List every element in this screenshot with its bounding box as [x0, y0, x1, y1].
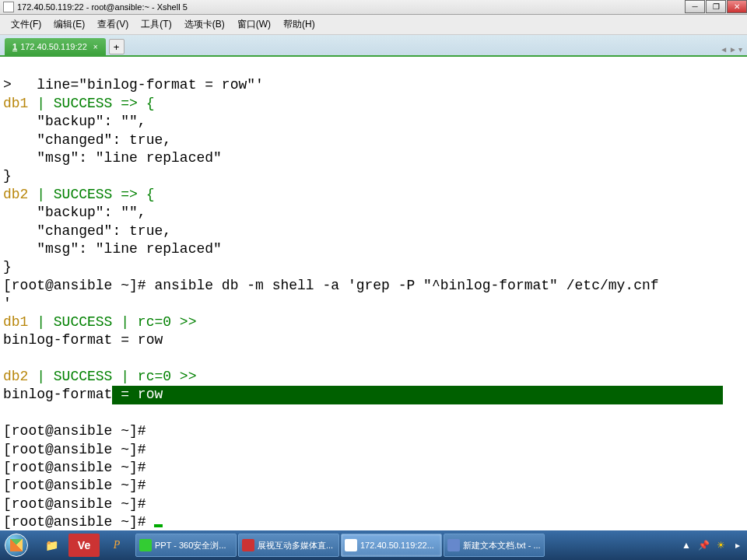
menu-tabs[interactable]: 选项卡(B) [180, 16, 230, 33]
browser-icon [139, 539, 152, 551]
tab-label: 172.40.50.119:22 [20, 42, 87, 51]
titlebar: 172.40.50.119:22 - root@ansible:~ - Xshe… [0, 0, 747, 15]
tab-menu-icon[interactable]: ▾ [738, 45, 742, 54]
start-orb-icon [5, 534, 28, 557]
task-items: PPT - 360安全浏... 展视互动多媒体直... 172.40.50.11… [135, 534, 545, 557]
window-controls: ─ ❐ ✕ [684, 0, 747, 13]
menu-view[interactable]: 查看(V) [93, 16, 133, 33]
task-label: PPT - 360安全浏... [155, 540, 226, 551]
task-item-notepad[interactable]: 新建文本文档.txt - ... [444, 534, 545, 557]
session-tab[interactable]: 1 172.40.50.119:22 × [5, 38, 106, 55]
term-output: = row [112, 332, 163, 348]
terminal[interactable]: > line="binlog-format = row"' db1 | SUCC… [0, 57, 747, 529]
prompt: [root@ansible ~]# [3, 460, 154, 475]
term-line: "changed": true, [3, 223, 171, 239]
menu-window[interactable]: 窗口(W) [233, 16, 275, 33]
term-status: | SUCCESS => { [28, 96, 154, 111]
notepad-icon [447, 539, 460, 551]
term-status: | SUCCESS | rc=0 >> [28, 314, 196, 330]
menu-edit[interactable]: 编辑(E) [49, 16, 89, 33]
command-cont: ' [3, 296, 12, 311]
term-line: "backup": "", [3, 114, 146, 129]
prompt: [root@ansible ~]# [3, 442, 154, 457]
tray-sun-icon[interactable]: ☀ [714, 539, 727, 551]
media-icon [242, 539, 254, 551]
tray-chevron-icon[interactable]: ▸ [731, 539, 744, 551]
term-line: } [3, 168, 12, 184]
task-label: 172.40.50.119:22... [360, 541, 434, 550]
pinned-folder-icon[interactable]: 📁 [36, 534, 67, 557]
prompt: [root@ansible ~]# [3, 496, 154, 512]
pinned-ve-icon[interactable]: Ve [68, 534, 100, 557]
tab-prev-icon[interactable]: ◄ [720, 45, 728, 54]
term-output: binlog-format [3, 332, 112, 348]
term-line: "msg": "line replaced" [3, 150, 222, 166]
term-line: "changed": true, [3, 132, 171, 148]
start-button[interactable] [0, 530, 33, 560]
menu-help[interactable]: 帮助(H) [279, 16, 320, 33]
term-line: > line="binlog-format = row"' [3, 77, 264, 93]
prompt: [root@ansible ~]# [3, 478, 154, 493]
tab-next-icon[interactable]: ► [729, 45, 737, 54]
prompt: [root@ansible ~]# [3, 278, 154, 293]
tabbar: 1 172.40.50.119:22 × + ◄ ► ▾ [0, 35, 747, 57]
menubar: 文件(F) 编辑(E) 查看(V) 工具(T) 选项卡(B) 窗口(W) 帮助(… [0, 15, 747, 35]
close-button[interactable]: ✕ [727, 0, 747, 13]
system-tray: ▲ 📌 ☀ ▸ [680, 539, 747, 551]
cursor [154, 524, 163, 527]
term-host: db2 [3, 369, 28, 384]
task-item-zhanshi[interactable]: 展视互动多媒体直... [238, 534, 339, 557]
task-label: 新建文本文档.txt - ... [463, 540, 541, 551]
tray-up-icon[interactable]: ▲ [680, 539, 693, 551]
prompt: [root@ansible ~]# [3, 514, 154, 529]
pinned-icons: 📁 Ve P [33, 534, 135, 557]
tab-number: 1 [12, 42, 17, 51]
tray-pin-icon[interactable]: 📌 [697, 539, 710, 551]
app-icon [3, 2, 14, 12]
maximize-button[interactable]: ❐ [706, 0, 726, 13]
tab-nav: ◄ ► ▾ [720, 45, 742, 54]
command: ansible db -m shell -a 'grep -P "^binlog… [154, 278, 658, 293]
task-item-ppt[interactable]: PPT - 360安全浏... [135, 534, 237, 557]
term-host: db1 [3, 314, 28, 330]
pinned-p-icon[interactable]: P [101, 534, 132, 557]
prompt: [root@ansible ~]# [3, 423, 154, 439]
xshell-icon [345, 539, 357, 551]
term-line: "msg": "line replaced" [3, 241, 222, 257]
task-item-xshell[interactable]: 172.40.50.119:22... [341, 534, 442, 557]
minimize-button[interactable]: ─ [685, 0, 705, 13]
menu-tools[interactable]: 工具(T) [136, 16, 176, 33]
task-label: 展视互动多媒体直... [258, 540, 333, 551]
term-host: db1 [3, 96, 28, 111]
selected-text: = row [112, 386, 723, 404]
term-status: | SUCCESS => { [28, 187, 154, 202]
new-tab-button[interactable]: + [109, 39, 124, 54]
term-line: } [3, 259, 12, 275]
term-host: db2 [3, 187, 28, 202]
window-title: 172.40.50.119:22 - root@ansible:~ - Xshe… [17, 2, 188, 12]
tab-close-icon[interactable]: × [93, 43, 98, 51]
term-line: "backup": "", [3, 205, 146, 220]
term-output: binlog-format [3, 387, 112, 402]
term-status: | SUCCESS | rc=0 >> [28, 369, 196, 384]
taskbar: 📁 Ve P PPT - 360安全浏... 展视互动多媒体直... 172.4… [0, 530, 747, 560]
menu-file[interactable]: 文件(F) [6, 16, 46, 33]
